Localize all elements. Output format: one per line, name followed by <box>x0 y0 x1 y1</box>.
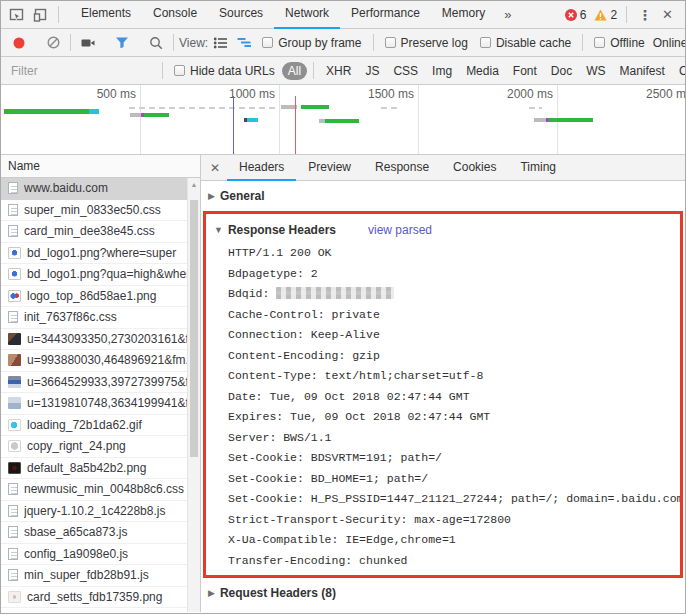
table-row[interactable] <box>1 608 187 612</box>
checkbox-icon <box>480 37 491 48</box>
tab-performance[interactable]: Performance <box>340 1 431 29</box>
table-row[interactable]: default_8a5b42b2.png <box>1 458 187 480</box>
table-row[interactable]: config_1a9098e0.js <box>1 544 187 566</box>
throttling-select[interactable]: Online <box>653 36 685 50</box>
filter-chip-doc[interactable]: Doc <box>545 62 578 80</box>
request-list-panel: Name www.baidu.comsuper_min_0833ec50.css… <box>1 155 201 612</box>
timeline-gridline <box>140 85 141 154</box>
request-name: config_1a9098e0.js <box>24 547 187 561</box>
table-row[interactable]: bd_logo1.png?where=super <box>1 243 187 265</box>
scroll-up-icon[interactable]: ▲ <box>188 178 200 191</box>
waterfall-bar-segment <box>89 109 99 114</box>
request-headers-section-header[interactable]: ▶ Request Headers (8) <box>201 578 685 607</box>
table-row[interactable]: loading_72b1da62.gif <box>1 415 187 437</box>
request-name: card_min_dee38e45.css <box>24 224 187 238</box>
filter-chip-ws[interactable]: WS <box>580 62 611 80</box>
name-column-header[interactable]: Name <box>1 155 200 178</box>
waterfall-bar-segment <box>130 113 141 117</box>
tab-network[interactable]: Network <box>274 1 340 29</box>
view-label: View: <box>179 36 208 50</box>
table-row[interactable]: www.baidu.com <box>1 178 187 200</box>
table-row[interactable]: card_setts_fdb17359.png <box>1 587 187 609</box>
details-tab-response[interactable]: Response <box>363 155 441 181</box>
checkbox-icon <box>262 37 273 48</box>
waterfall-bar <box>319 119 359 123</box>
hide-data-urls-checkbox[interactable]: Hide data URLs <box>174 64 275 78</box>
table-row[interactable]: logo_top_86d58ae1.png <box>1 286 187 308</box>
preserve-log-checkbox[interactable]: Preserve log <box>385 36 468 50</box>
waterfall-bar <box>130 113 169 117</box>
menu-kebab-icon[interactable]: ⋮ <box>632 7 658 23</box>
image-thumbnail-icon <box>8 440 21 452</box>
inspect-element-icon[interactable] <box>5 3 29 27</box>
request-name: loading_72b1da62.gif <box>27 418 187 432</box>
filter-funnel-icon[interactable] <box>110 31 134 55</box>
table-row[interactable]: sbase_a65ca873.js <box>1 522 187 544</box>
table-row[interactable]: card_min_dee38e45.css <box>1 221 187 243</box>
large-rows-icon[interactable] <box>208 31 232 55</box>
table-row[interactable]: jquery-1.10.2_1c4228b8.js <box>1 501 187 523</box>
device-toolbar-icon[interactable] <box>29 3 53 27</box>
filter-chip-font[interactable]: Font <box>507 62 543 80</box>
details-tab-preview[interactable]: Preview <box>296 155 363 181</box>
waterfall-bar <box>4 109 99 114</box>
record-icon[interactable] <box>7 31 31 55</box>
more-tabs-button[interactable]: » <box>496 1 519 28</box>
disable-cache-checkbox[interactable]: Disable cache <box>480 36 571 50</box>
waterfall-bar-segment <box>301 105 329 109</box>
tab-sources[interactable]: Sources <box>208 1 274 29</box>
close-devtools-icon[interactable]: ✕ <box>658 7 681 22</box>
warning-badge[interactable]: 2 <box>594 8 617 22</box>
search-icon[interactable] <box>144 31 168 55</box>
table-row[interactable]: u=993880030,464896921&fm. <box>1 350 187 372</box>
timeline-gridline <box>279 85 280 154</box>
network-overview[interactable]: 500 ms1000 ms1500 ms2000 ms2500 ms <box>1 85 685 155</box>
view-parsed-link[interactable]: view parsed <box>368 223 432 237</box>
filter-chip-other[interactable]: Other <box>673 62 685 80</box>
waterfall-bar <box>281 105 329 109</box>
tab-elements[interactable]: Elements <box>70 1 142 29</box>
waterfall-bar-segment <box>4 109 89 114</box>
table-row[interactable]: super_min_0833ec50.css <box>1 200 187 222</box>
group-by-frame-checkbox[interactable]: Group by frame <box>262 36 361 50</box>
offline-checkbox[interactable]: Offline <box>594 36 644 50</box>
filter-chip-all[interactable]: All <box>282 62 307 80</box>
details-tab-timing[interactable]: Timing <box>508 155 568 181</box>
details-tab-headers[interactable]: Headers <box>227 155 296 181</box>
scrollbar-thumb[interactable] <box>190 200 198 457</box>
divider <box>70 34 71 51</box>
clear-icon[interactable] <box>41 31 65 55</box>
table-row[interactable]: min_super_fdb28b91.js <box>1 565 187 587</box>
show-overview-icon[interactable] <box>232 31 256 55</box>
request-name: copy_rignt_24.png <box>27 439 187 453</box>
screenshot-camera-icon[interactable] <box>76 31 100 55</box>
table-row[interactable]: u=1319810748,3634199941&fm <box>1 393 187 415</box>
response-header-line: Connection: Keep-Alive <box>228 325 680 346</box>
error-badge[interactable]: 6 <box>565 8 587 22</box>
general-section-header[interactable]: ▶ General <box>201 181 685 210</box>
filter-chip-media[interactable]: Media <box>460 62 505 80</box>
table-row[interactable]: u=3443093350,2730203161&fm <box>1 329 187 351</box>
filter-chip-css[interactable]: CSS <box>387 62 424 80</box>
tab-memory[interactable]: Memory <box>431 1 496 29</box>
filter-chip-manifest[interactable]: Manifest <box>614 62 671 80</box>
filter-chip-img[interactable]: Img <box>426 62 458 80</box>
image-thumbnail-icon <box>8 397 21 409</box>
document-icon <box>8 182 18 194</box>
table-row[interactable]: u=3664529933,3972739975&fm <box>1 372 187 394</box>
response-headers-section-header[interactable]: ▼ Response Headers view parsed <box>206 219 680 241</box>
filter-chip-xhr[interactable]: XHR <box>320 62 357 80</box>
filter-chip-js[interactable]: JS <box>359 62 385 80</box>
filter-input[interactable] <box>9 63 157 79</box>
table-row[interactable]: copy_rignt_24.png <box>1 436 187 458</box>
close-details-icon[interactable]: ✕ <box>203 155 227 180</box>
waterfall-bar-segment <box>144 113 169 117</box>
tab-console[interactable]: Console <box>142 1 208 29</box>
details-tab-cookies[interactable]: Cookies <box>441 155 508 181</box>
table-row[interactable]: init_7637f86c.css <box>1 307 187 329</box>
table-row[interactable]: newmusic_min_0048b8c6.css <box>1 479 187 501</box>
list-scrollbar[interactable]: ▲ <box>187 178 200 612</box>
checkbox-icon <box>174 65 185 76</box>
table-row[interactable]: bd_logo1.png?qua=high&where=super <box>1 264 187 286</box>
error-icon <box>565 9 577 21</box>
